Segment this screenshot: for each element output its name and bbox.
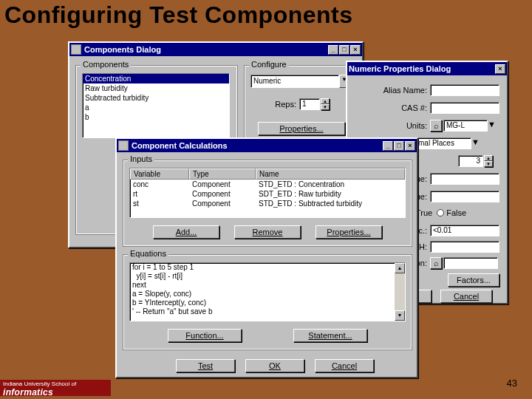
ok-button[interactable]: OK — [245, 359, 304, 372]
cancel-button[interactable]: Cancel — [440, 290, 492, 303]
nvalue-input[interactable] — [430, 173, 499, 185]
cas-label: CAS #: — [368, 103, 427, 112]
decplaces-spin-up[interactable]: ▲ — [484, 155, 493, 161]
app-icon — [118, 140, 129, 151]
radio-dot-icon — [437, 209, 444, 216]
ampc-input[interactable]: <0.01 — [430, 225, 499, 236]
decplaces-spin-down[interactable]: ▼ — [484, 161, 493, 167]
maximize-button[interactable]: □ — [394, 141, 404, 151]
cell-variable: rt — [130, 189, 189, 199]
inflimit-false-radio[interactable]: False — [437, 208, 466, 217]
eq-line: ' -- Return "a" but save b — [130, 307, 405, 316]
eq-line: b = YIntercept(y, conc) — [130, 299, 405, 307]
units-combo[interactable]: MG-L — [443, 120, 488, 132]
footer-line1: Indiana University School of — [3, 381, 108, 387]
factors-button[interactable]: Factors... — [448, 273, 499, 287]
cell-variable: conc — [130, 180, 189, 189]
statement-button[interactable]: Statement... — [293, 329, 367, 342]
components-listbox[interactable]: Concentration Raw turbidity Subtracted t… — [82, 73, 230, 138]
radio-false-label: False — [446, 208, 466, 217]
slide-title: Configuring Test Components — [4, 1, 353, 29]
eq-line: a = Slope(y, conc) — [130, 290, 405, 299]
calc-lookup-button[interactable]: ⌕ — [430, 257, 442, 269]
list-item[interactable]: a — [83, 103, 229, 112]
cell-name: SDT_ETD : Raw turbidity — [256, 189, 405, 199]
reps-spin-down[interactable]: ▼ — [321, 104, 330, 110]
cancel-button[interactable]: Cancel — [315, 359, 374, 372]
inputs-group-label: Inputs — [128, 154, 154, 163]
cell-type: Component — [189, 180, 256, 189]
list-item[interactable]: Concentration — [83, 74, 229, 83]
cell-name: STD_ETD : Subtracted turbidity — [256, 199, 405, 208]
equations-group-label: Equations — [128, 249, 168, 258]
radio-true-label: True — [416, 208, 432, 217]
remove-button[interactable]: Remove — [234, 225, 301, 239]
app-icon — [71, 44, 81, 55]
col-type[interactable]: Type — [189, 168, 256, 180]
col-name[interactable]: Name — [256, 168, 405, 180]
titlebar-numeric[interactable]: Numeric Properties Dialog × — [347, 62, 507, 75]
scroll-down-icon[interactable]: ▼ — [395, 310, 405, 321]
footer-line2: informatics — [3, 387, 108, 398]
inputs-listview[interactable]: Variable Type Name concComponentSTD_ETD … — [129, 168, 406, 218]
eq-line: next — [130, 281, 405, 290]
vertical-scrollbar[interactable]: ▲ ▼ — [395, 263, 405, 321]
properties-button[interactable]: Properties... — [258, 122, 345, 135]
eq-line: for i = 1 to 5 step 1 — [130, 263, 405, 272]
cell-type: Component — [189, 199, 256, 208]
list-item[interactable]: Raw turbidity — [83, 83, 229, 93]
components-group-label: Components — [81, 60, 131, 69]
add-button[interactable]: Add... — [153, 225, 219, 239]
close-button[interactable]: × — [350, 45, 361, 55]
table-row[interactable]: concComponentSTD_ETD : Concentration — [130, 180, 405, 189]
maximize-button[interactable]: □ — [339, 45, 349, 55]
inputs-groupbox: Inputs Variable Type Name concComponentS… — [123, 160, 412, 247]
mph-input[interactable] — [430, 241, 499, 253]
close-button[interactable]: × — [495, 64, 505, 74]
list-item[interactable]: b — [83, 112, 229, 122]
value2-input[interactable] — [430, 191, 499, 202]
components-dialog-title: Components Dialog — [84, 45, 161, 54]
alias-label: Alias Name: — [368, 86, 427, 95]
inputs-properties-button[interactable]: Properties... — [316, 225, 382, 239]
equations-textarea[interactable]: for i = 1 to 5 step 1 y[i] = st[i] - rt[… — [129, 262, 406, 321]
alias-input[interactable] — [430, 84, 499, 96]
chevron-down-icon[interactable]: ▼ — [471, 137, 480, 149]
eq-line: y[i] = st[i] - rt[i] — [130, 272, 405, 281]
reps-label: Reps: — [267, 100, 296, 109]
cas-input[interactable] — [430, 102, 499, 114]
cell-name: STD_ETD : Concentration — [256, 180, 405, 189]
minimize-button[interactable]: _ — [383, 141, 393, 151]
table-row[interactable]: stComponentSTD_ETD : Subtracted turbidit… — [130, 199, 405, 208]
decplaces-num-input[interactable]: 3 — [458, 155, 483, 167]
reps-spin-up[interactable]: ▲ — [321, 98, 330, 104]
list-item[interactable]: Subtracted turbidity — [83, 93, 229, 103]
test-button[interactable]: Test — [176, 359, 235, 372]
footer-logo: Indiana University School of informatics — [0, 380, 111, 396]
cell-variable: st — [130, 199, 189, 208]
configure-type-combo[interactable]: Numeric ▼ — [250, 75, 352, 88]
titlebar-calc[interactable]: Component Calculations _ □ × — [117, 139, 417, 152]
column-headers: Variable Type Name — [130, 168, 405, 180]
chevron-down-icon[interactable]: ▼ — [488, 120, 496, 132]
calc-input[interactable] — [443, 257, 498, 269]
units-lookup-button[interactable]: ⌕ — [430, 120, 442, 132]
scroll-up-icon[interactable]: ▲ — [395, 263, 405, 273]
equations-groupbox: Equations for i = 1 to 5 step 1 y[i] = s… — [123, 254, 412, 350]
col-variable[interactable]: Variable — [130, 168, 189, 180]
reps-input[interactable]: 1 — [299, 98, 320, 110]
slide-page-number: 43 — [507, 378, 517, 389]
calc-dialog-title: Component Calculations — [132, 141, 228, 150]
configure-group-label: Configure — [249, 60, 289, 69]
configure-type-value: Numeric — [250, 75, 339, 88]
numeric-dialog-title: Numeric Properties Dialog — [349, 64, 451, 73]
units-label: Units: — [368, 121, 427, 130]
table-row[interactable]: rtComponentSDT_ETD : Raw turbidity — [130, 189, 405, 199]
component-calculations-window[interactable]: Component Calculations _ □ × Inputs Vari… — [115, 137, 418, 378]
function-button[interactable]: Function... — [168, 329, 242, 342]
close-button[interactable]: × — [405, 141, 415, 151]
minimize-button[interactable]: _ — [328, 45, 338, 55]
cell-type: Component — [189, 189, 256, 199]
titlebar-components[interactable]: Components Dialog _ □ × — [69, 43, 362, 56]
